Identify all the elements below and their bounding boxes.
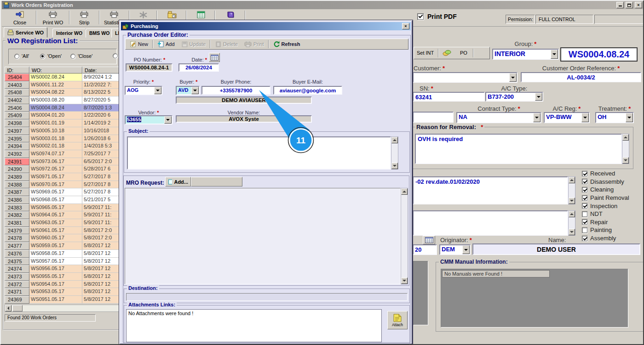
- close-window-button[interactable]: ×: [635, 2, 642, 8]
- dlg-toolbar-add[interactable]: Add: [154, 40, 178, 49]
- column-header-id[interactable]: ID:: [5, 67, 29, 74]
- chevron-down-icon[interactable]: [626, 113, 633, 122]
- radio-icon[interactable]: [113, 53, 118, 58]
- table-row[interactable]: 25404WS0002.08.248/9/2024 1:2: [5, 74, 125, 81]
- stage-checkbox-disassembly[interactable]: Disassembly: [582, 178, 642, 186]
- stage-checkbox-paint-removal[interactable]: Paint Removal: [582, 194, 642, 202]
- scroll-up-button[interactable]: [622, 134, 629, 141]
- calendar-button[interactable]: [423, 236, 435, 244]
- dlg-toolbar-delete[interactable]: Delete: [212, 40, 241, 49]
- table-row[interactable]: 24398WS0001.01.191/14/2019 2: [5, 119, 125, 127]
- checkbox[interactable]: [582, 227, 587, 233]
- column-header-date[interactable]: Date:: [82, 67, 125, 74]
- table-row[interactable]: 24372WS0954.05.175/8/2017 12: [5, 281, 125, 288]
- checkbox[interactable]: [582, 171, 587, 176]
- priority-select[interactable]: AOG: [125, 86, 162, 95]
- originator-select[interactable]: DEM: [439, 244, 471, 255]
- minimize-button[interactable]: [616, 2, 624, 8]
- stage-checkbox-received[interactable]: Received: [582, 170, 642, 178]
- scroll-left-button[interactable]: [5, 305, 12, 311]
- chevron-down-icon[interactable]: [535, 93, 542, 101]
- table-row[interactable]: 24392WS0974.07.177/25/2017 7: [5, 150, 125, 158]
- filter-radio-2[interactable]: 'Close': [70, 53, 92, 59]
- table-row[interactable]: 24389WS0971.05.175/27/2017 8: [5, 173, 125, 181]
- table-row[interactable]: 24403WS0001.11.2211/2/2022 7:: [5, 81, 125, 89]
- table-row[interactable]: 24379WS0961.05.175/8/2017 2:0: [5, 227, 125, 235]
- dlg-toolbar-print[interactable]: Print: [241, 40, 267, 49]
- tab-bms-wo[interactable]: BMS WO: [86, 28, 113, 38]
- table-row[interactable]: 24381WS0963.05.175/9/2017 11:: [5, 219, 125, 227]
- table-row[interactable]: 24376WS0958.05.175/8/2017 12: [5, 250, 125, 258]
- checkbox[interactable]: [582, 219, 587, 225]
- customer-select[interactable]: [413, 72, 518, 83]
- originator-date-field[interactable]: 20: [413, 244, 437, 255]
- scrollbar-thumb[interactable]: [12, 305, 23, 311]
- ac-reg-select[interactable]: VP-BWW: [544, 112, 590, 123]
- chevron-down-icon[interactable]: [164, 116, 172, 124]
- scroll-up-button[interactable]: [401, 188, 408, 195]
- chevron-down-icon[interactable]: [581, 113, 589, 122]
- scroll-down-button[interactable]: [622, 157, 629, 164]
- buyer-phone-field[interactable]: +3355787900: [201, 86, 270, 95]
- table-row[interactable]: 24388WS0970.05.175/27/2017 8: [5, 181, 125, 189]
- stage-checkbox-ndt[interactable]: NDT: [582, 210, 642, 218]
- scroll-up-button[interactable]: [569, 177, 575, 183]
- extra-notes-scrollbar[interactable]: [568, 210, 575, 236]
- mro-scrollbar[interactable]: [401, 188, 408, 284]
- maximize-button[interactable]: [626, 2, 633, 8]
- reason-textarea[interactable]: OVH is required: [415, 134, 622, 164]
- chevron-down-icon[interactable]: [462, 245, 470, 254]
- buyer-select[interactable]: AVD: [176, 86, 200, 95]
- table-row[interactable]: 24402WS0003.08.208/27/2020 5: [5, 96, 125, 104]
- dlg-toolbar-new[interactable]: New: [126, 40, 151, 49]
- table-row[interactable]: 24390WS0972.05.175/28/2017 6: [5, 165, 125, 173]
- vendor-select[interactable]: 53655: [125, 115, 172, 124]
- scroll-up-button[interactable]: [391, 137, 398, 143]
- chevron-down-icon[interactable]: [551, 50, 558, 59]
- radio-icon[interactable]: [70, 54, 75, 59]
- chevron-down-icon[interactable]: [533, 113, 540, 122]
- scroll-down-button[interactable]: [401, 277, 408, 284]
- filter-radio-1[interactable]: 'Open': [40, 53, 62, 59]
- tab-service-wo[interactable]: Service WO: [4, 27, 47, 38]
- table-row[interactable]: 24394WS0002.01.181/4/2018 5:3: [5, 142, 125, 150]
- stage-checkbox-assembly[interactable]: Assembly: [582, 234, 642, 243]
- dialog-close-button[interactable]: ×: [402, 23, 409, 29]
- contract-type-select[interactable]: NA: [456, 112, 541, 123]
- table-row[interactable]: 25408WS0004.08.228/13/2022 5: [5, 89, 125, 96]
- checkbox[interactable]: [582, 236, 587, 241]
- checkbox[interactable]: [582, 195, 587, 201]
- strip-button[interactable]: Strip: [70, 10, 98, 26]
- table-row[interactable]: 24377WS0959.05.175/8/2017 12: [5, 242, 125, 250]
- table-row[interactable]: 25406WS0004.08.248/7/2020 1:3: [5, 104, 125, 112]
- buyer-email-field[interactable]: aviauser@google.com: [273, 86, 342, 95]
- table-row[interactable]: 24386WS0968.05.175/21/2017 5: [5, 196, 125, 204]
- checkbox[interactable]: [582, 179, 587, 184]
- radio-icon[interactable]: [40, 54, 45, 59]
- chevron-down-icon[interactable]: [509, 73, 517, 82]
- mro-request-textarea[interactable]: [125, 188, 401, 284]
- scroll-up-button[interactable]: [569, 211, 575, 217]
- wo-table-hscrollbar[interactable]: [5, 305, 120, 312]
- checkbox[interactable]: [582, 211, 587, 217]
- empty-field[interactable]: [413, 112, 454, 123]
- table-row[interactable]: 24391WS0973.06.176/5/2017 2:0: [5, 158, 125, 166]
- table-row[interactable]: 24387WS0969.05.175/27/2017 8: [5, 188, 125, 196]
- dlg-toolbar-refresh[interactable]: Refresh: [270, 40, 304, 49]
- mro-add-button[interactable]: Add...: [165, 177, 191, 187]
- set-int-button[interactable]: Set INT: [417, 50, 434, 56]
- filter-radio-0[interactable]: 'All': [14, 53, 29, 59]
- manual-notes-textarea[interactable]: -02 rev.date.01/02/2020: [413, 176, 568, 204]
- chevron-down-icon[interactable]: [154, 87, 161, 94]
- radio-icon[interactable]: [14, 54, 19, 59]
- checkbox[interactable]: [582, 203, 587, 209]
- destination-field[interactable]: [126, 293, 408, 301]
- table-row[interactable]: 24383WS0965.05.175/9/2017 11:: [5, 204, 125, 212]
- extra-notes-textarea[interactable]: [413, 210, 568, 236]
- print-pdf-checkbox[interactable]: [417, 13, 424, 20]
- treatment-select[interactable]: OH: [595, 112, 634, 123]
- table-row[interactable]: 25409WS0004.01.201/22/2020 6: [5, 112, 125, 119]
- column-header-wo[interactable]: WO:: [29, 67, 82, 74]
- table-row[interactable]: 24382WS0964.05.175/9/2017 11:: [5, 211, 125, 219]
- table-row[interactable]: 24378WS0960.05.175/8/2017 2:0: [5, 234, 125, 242]
